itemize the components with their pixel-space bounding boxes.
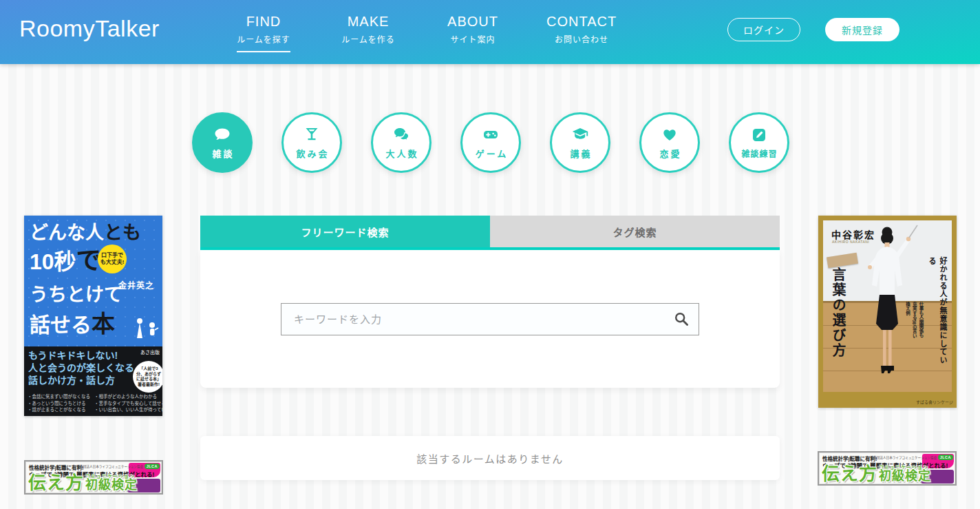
banner-big-word: 伝え方 <box>822 466 877 483</box>
site-logo[interactable]: RoomyTalker <box>19 15 160 42</box>
no-results-card: 該当するルームはありません <box>200 436 780 480</box>
category-label: ゲーム <box>473 147 509 160</box>
book-subtitle-vertical: 言葉の選び方 <box>829 267 849 367</box>
book-tagline-vertical: 仕事も人間関係も充実する58の言い換え例 <box>904 302 924 342</box>
header: RoomyTalker FIND ルームを探す MAKE ルームを作る ABOU… <box>0 0 980 64</box>
nav-item-find[interactable]: FIND ルームを探す <box>233 14 295 52</box>
book-cover-top: どんな人とも 10秒で うちとけて 話せる本 口下手でも大丈夫! 金井英之 <box>24 216 162 346</box>
ad-banner-left[interactable]: 一般社団法人日本ライフコミュニケーション協会 JLCA 性格統計学|転職に有利!… <box>24 460 163 495</box>
cocktail-icon <box>301 125 322 143</box>
category-label: 大人数 <box>383 147 418 160</box>
tab-freeword-search[interactable]: フリーワード検索 <box>200 216 490 247</box>
category-label: 雑談練習 <box>741 147 777 159</box>
search-icon[interactable] <box>673 311 690 327</box>
search-tabs: フリーワード検索 タグ検索 <box>200 216 780 247</box>
category-row: 雑談 飲み会 大人数 ゲーム 講義 恋愛 <box>192 112 789 173</box>
publisher-logo: あさ出版 <box>140 349 160 355</box>
category-zatsudan[interactable]: 雑談 <box>192 112 253 173</box>
category-label: 講義 <box>568 147 592 160</box>
banner-headline: 伝え方 コミュニケーション 初級検定 <box>822 465 931 483</box>
banner-big-word: 伝え方 <box>28 475 84 492</box>
nav-make-en: MAKE <box>337 14 399 30</box>
banner-org-text: 一般社団法人日本ライフコミュニケーション協会 <box>867 455 937 459</box>
ad-banner-right[interactable]: 一般社団法人日本ライフコミュニケーション協会 JLCA 性格統計学|転職に有利!… <box>818 451 957 486</box>
bullet-col-1: ・会話に気まずい間がなくなる ・あっという間にうちとける ・話が止まることがなく… <box>28 393 90 413</box>
book-cover-photo: 中谷彰宏 AKIHIRO NAKATANI 好かれる人が無意識にしている 仕事も… <box>823 220 952 392</box>
category-renai[interactable]: 恋愛 <box>639 112 700 173</box>
tab-tag-search[interactable]: タグ検索 <box>490 216 780 247</box>
jlca-logo: JLCA <box>145 464 160 469</box>
bullet-col-2: ・相手がどのような人かわかる ・苦手なタイプでも安心して話せる ・いい出会い、い… <box>94 393 162 413</box>
category-oninzu[interactable]: 大人数 <box>371 112 432 173</box>
category-kougi[interactable]: 講義 <box>550 112 610 173</box>
book-title-line2: 10秒で <box>30 248 102 273</box>
pencil-square-icon <box>749 126 769 144</box>
book-sticker: 「人前で3分、あがらずに話せる本」著者最新作! <box>133 361 162 393</box>
graduation-cap-icon <box>570 125 590 143</box>
nav-about-ja: サイト案内 <box>442 33 504 45</box>
nav-item-make[interactable]: MAKE ルームを作る <box>337 14 399 52</box>
speech-bubble-icon <box>212 125 233 143</box>
no-results-text: 該当するルームはありません <box>416 451 564 466</box>
mascot-figures-icon <box>134 318 160 342</box>
nav-contact-en: CONTACT <box>546 14 617 30</box>
banner-headline: 伝え方 コミュニケーション 初級検定 <box>28 474 138 492</box>
login-button[interactable]: ログイン <box>727 18 800 41</box>
search-panel: フリーワード検索 タグ検索 <box>200 216 780 388</box>
banner-stack: コミュニケーション 初級検定 <box>85 474 138 492</box>
category-label: 恋愛 <box>657 147 681 160</box>
category-label: 飲み会 <box>294 147 329 160</box>
banner-org-text: 一般社団法人日本ライフコミュニケーション協会 <box>74 464 143 468</box>
heart-icon <box>659 125 680 143</box>
book-author: 中谷彰宏 <box>831 227 875 241</box>
nav-item-about[interactable]: ABOUT サイト案内 <box>442 14 504 52</box>
category-zatsudan-renshu[interactable]: 雑談練習 <box>729 112 789 173</box>
nav-item-contact[interactable]: CONTACT お問い合わせ <box>546 14 617 52</box>
book-title-line1: どんな人とも <box>30 224 141 242</box>
signup-button[interactable]: 新規登録 <box>825 18 899 41</box>
book-author-roman: AKIHIRO NAKATANI <box>832 240 869 244</box>
ad-book-right[interactable]: 中谷彰宏 AKIHIRO NAKATANI 好かれる人が無意識にしている 仕事も… <box>818 216 957 408</box>
main-nav: FIND ルームを探す MAKE ルームを作る ABOUT サイト案内 CONT… <box>233 14 617 52</box>
book-bullet-list: ・会話に気まずい間がなくなる ・あっという間にうちとける ・話が止まることがなく… <box>28 393 162 413</box>
nav-find-en: FIND <box>233 14 295 30</box>
book-title-line3: うちとけて <box>30 286 122 304</box>
banner-stack: コミュニケーション 初級検定 <box>879 465 931 483</box>
keyword-input-wrap <box>281 303 699 335</box>
book-tagline1: もうドキドキしない! <box>28 350 158 362</box>
book-badge: 口下手でも大丈夫! <box>98 245 127 273</box>
category-game[interactable]: ゲーム <box>460 112 521 173</box>
jlca-logo: JLCA <box>938 455 953 460</box>
active-nav-underline <box>237 51 290 52</box>
nav-make-ja: ルームを作る <box>337 33 399 45</box>
speech-bubbles-icon <box>391 125 412 143</box>
book-title-vertical: 好かれる人が無意識にしている <box>926 257 948 367</box>
nav-contact-ja: お問い合わせ <box>546 33 617 45</box>
keyword-input[interactable] <box>281 303 699 335</box>
book-cover-bottom: もうドキドキしない! 人と会うのが楽しくなる 話しかけ方・話し方 あさ出版 「人… <box>24 346 162 416</box>
gamepad-icon <box>480 125 501 143</box>
nav-about-en: ABOUT <box>442 14 504 30</box>
search-body <box>200 250 780 388</box>
nav-find-ja: ルームを探す <box>233 33 295 45</box>
book-author: 金井英之 <box>118 279 154 291</box>
category-nomikai[interactable]: 飲み会 <box>281 112 342 173</box>
envelope-prop <box>827 253 858 269</box>
ad-book-left[interactable]: どんな人とも 10秒で うちとけて 話せる本 口下手でも大丈夫! 金井英之 もう… <box>24 216 162 416</box>
book-title-line4: 話せる本 <box>30 312 115 335</box>
publisher-mark: すばる舎リンケージ <box>916 399 953 405</box>
category-label: 雑談 <box>210 147 234 160</box>
